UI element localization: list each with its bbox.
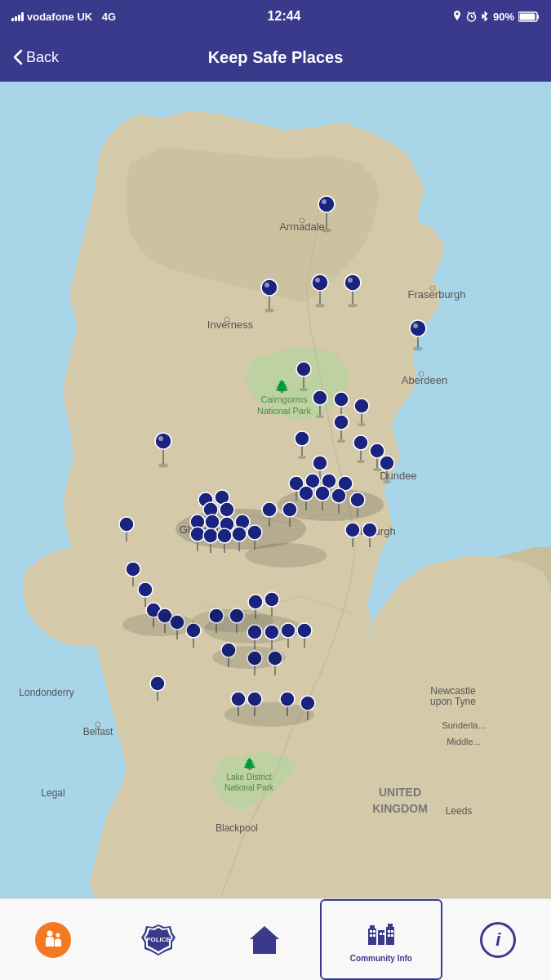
svg-point-23 — [158, 436, 163, 441]
armadale-label: Armadale — [279, 220, 325, 233]
tab-bar: POLICE — [0, 898, 551, 980]
tab-community-info[interactable]: Community Info — [320, 899, 442, 980]
map-svg: Armadale Fraserburgh Inverness Aberdeen … — [0, 82, 551, 947]
svg-rect-182 — [388, 924, 393, 929]
network-label: 4G — [102, 11, 116, 23]
svg-point-163 — [231, 692, 246, 706]
svg-text:🌲: 🌲 — [242, 757, 257, 771]
svg-rect-187 — [380, 933, 382, 935]
legal-label: Legal — [41, 787, 64, 799]
svg-point-129 — [138, 582, 153, 597]
house-icon — [248, 924, 281, 956]
community-info-icon — [363, 916, 399, 952]
svg-point-33 — [348, 304, 358, 308]
svg-rect-7 — [520, 13, 535, 20]
svg-point-65 — [383, 480, 391, 483]
svg-rect-179 — [370, 925, 375, 930]
person-child-icon — [42, 929, 64, 951]
svg-point-22 — [155, 433, 171, 449]
home-icon — [247, 922, 282, 958]
carrier-label: vodafone UK — [27, 11, 92, 23]
community-grid-icon — [367, 922, 396, 947]
national-park-label-2: National Park — [224, 783, 274, 792]
info-icon-tab: i — [480, 922, 516, 958]
svg-point-25 — [264, 309, 274, 313]
svg-point-98 — [247, 525, 262, 540]
svg-point-72 — [245, 543, 327, 568]
svg-point-84 — [205, 514, 220, 529]
svg-rect-177 — [261, 946, 268, 954]
svg-point-27 — [264, 283, 269, 287]
inverness-label: Inverness — [207, 318, 254, 331]
svg-point-57 — [295, 431, 309, 446]
back-chevron-icon — [13, 49, 23, 65]
svg-point-42 — [296, 362, 311, 376]
svg-point-80 — [220, 502, 234, 517]
info-i-circle: i — [480, 922, 516, 958]
tab-police[interactable]: POLICE — [105, 899, 211, 980]
svg-point-35 — [348, 278, 353, 283]
nav-bar: Back Keep Safe Places — [0, 33, 551, 82]
sunderland-label: Sunderla... — [442, 720, 485, 730]
svg-rect-183 — [370, 930, 372, 933]
status-right: 90% — [452, 11, 540, 23]
blackpool-label: Blackpool — [216, 822, 258, 834]
back-label: Back — [26, 49, 59, 66]
svg-rect-191 — [388, 934, 390, 937]
map-container[interactable]: Armadale Fraserburgh Inverness Aberdeen … — [0, 82, 551, 947]
alarm-icon — [466, 11, 477, 22]
svg-point-170 — [224, 702, 314, 727]
upon-tyne-label: upon Tyne — [430, 696, 476, 707]
svg-point-48 — [334, 392, 349, 407]
svg-point-19 — [322, 199, 327, 204]
svg-rect-6 — [537, 15, 539, 19]
londonderry-label: Londonderry — [19, 687, 73, 698]
svg-point-21 — [158, 464, 168, 468]
svg-point-112 — [331, 488, 346, 503]
svg-point-145 — [264, 592, 279, 607]
tab-info[interactable]: i — [446, 899, 551, 980]
svg-point-41 — [300, 388, 308, 391]
tab-home[interactable] — [211, 899, 317, 980]
svg-point-153 — [297, 623, 312, 638]
svg-point-96 — [232, 527, 247, 541]
newcastle-label: Newcastle — [430, 685, 476, 697]
signal-bars — [11, 11, 24, 21]
middle-label: Middle... — [447, 737, 481, 746]
national-park-label-1: National Park — [257, 406, 312, 416]
bluetooth-icon — [481, 11, 489, 22]
svg-point-122 — [262, 502, 277, 517]
kingdom-label: KINGDOM — [372, 802, 428, 815]
svg-point-29 — [315, 304, 325, 308]
svg-rect-192 — [391, 934, 393, 937]
svg-text:POLICE: POLICE — [146, 936, 171, 943]
svg-point-51 — [354, 399, 369, 413]
svg-point-37 — [413, 347, 423, 351]
page-title: Keep Safe Places — [78, 48, 473, 67]
cairngorms-label: Cairngorms — [261, 394, 308, 404]
svg-rect-190 — [391, 930, 393, 933]
svg-point-45 — [313, 390, 327, 405]
svg-point-34 — [344, 274, 361, 291]
svg-point-90 — [190, 527, 205, 541]
police-badge-icon: POLICE — [141, 923, 176, 957]
svg-point-143 — [248, 595, 263, 609]
back-button[interactable]: Back — [13, 49, 78, 66]
svg-point-175 — [56, 933, 60, 937]
svg-rect-184 — [373, 930, 375, 933]
svg-point-161 — [150, 676, 165, 691]
svg-rect-188 — [383, 933, 385, 935]
svg-rect-186 — [373, 934, 375, 937]
time-label: 12:44 — [268, 9, 301, 24]
tab-safe-places[interactable] — [0, 899, 105, 980]
police-icon: POLICE — [140, 922, 176, 958]
svg-point-56 — [298, 456, 306, 459]
location-icon — [452, 11, 462, 22]
svg-point-171 — [212, 646, 286, 669]
svg-point-174 — [47, 930, 52, 936]
svg-point-53 — [337, 439, 345, 443]
svg-point-116 — [362, 523, 377, 537]
svg-point-172 — [192, 609, 273, 632]
united-label: UNITED — [379, 786, 421, 799]
community-info-label: Community Info — [350, 954, 412, 963]
